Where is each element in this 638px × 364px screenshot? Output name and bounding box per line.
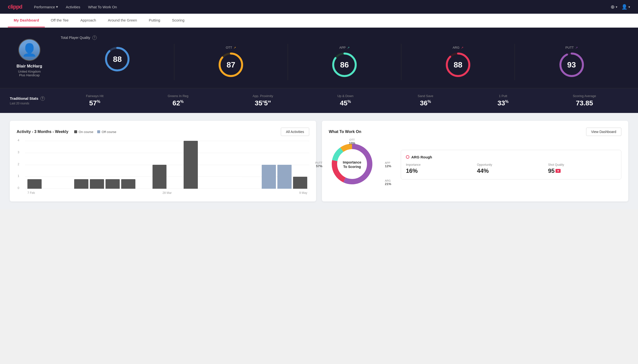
bar-on-course bbox=[293, 177, 307, 189]
putt-donut-label: PUTT 57% bbox=[315, 161, 322, 168]
info-card-title: ARG Rough bbox=[406, 155, 616, 159]
trad-stats-list: Fairways Hit 57% Greens In Reg 62% App. … bbox=[54, 94, 628, 107]
bar-group bbox=[121, 179, 135, 189]
nav-what-to-work-on[interactable]: What To Work On bbox=[88, 5, 117, 9]
ott-donut-label: OTT 10% bbox=[349, 138, 355, 145]
arg-arrow: ↗ bbox=[461, 46, 464, 50]
stat-up-down: Up & Down 45% bbox=[337, 94, 353, 107]
activity-header: Activity - 3 Months - Weekly On course O… bbox=[17, 130, 116, 134]
ott-label: OTT ↗ bbox=[226, 46, 236, 50]
donut-center-text: Importance To Scoring bbox=[343, 160, 361, 169]
donut-center: Importance To Scoring bbox=[343, 160, 361, 169]
help-icon[interactable]: ? bbox=[92, 36, 97, 40]
bar-off-course bbox=[277, 165, 292, 189]
stat-app-proximity: App. Proximity 35'5" bbox=[253, 94, 273, 107]
info-metrics: Importance 16% Opportunity 44% Shot Qual… bbox=[406, 163, 616, 174]
score-ott: OTT ↗ 87 bbox=[174, 44, 288, 80]
player-name: Blair McHarg bbox=[17, 64, 42, 69]
player-handicap: Plus Handicap bbox=[19, 73, 40, 77]
nav-right: ⊕▾ 👤▾ bbox=[610, 4, 630, 10]
putt-circle: 93 bbox=[558, 51, 585, 78]
app-arrow: ↗ bbox=[347, 46, 350, 50]
legend-off-course: Off course bbox=[97, 130, 116, 134]
tab-my-dashboard[interactable]: My Dashboard bbox=[8, 14, 45, 28]
arg-value: 88 bbox=[454, 60, 463, 70]
tabs-bar: My Dashboard Off the Tee Approach Around… bbox=[0, 14, 638, 28]
app-circle: 86 bbox=[331, 51, 358, 78]
scores-section: Total Player Quality ? 88 OTT ↗ bbox=[61, 36, 628, 80]
score-overall: 88 bbox=[61, 44, 174, 80]
ott-circle: 87 bbox=[218, 51, 244, 78]
bar-group bbox=[293, 177, 307, 189]
tab-approach[interactable]: Approach bbox=[74, 14, 102, 28]
user-menu[interactable]: 👤▾ bbox=[621, 4, 630, 10]
info-card: ARG Rough Importance 16% Opportunity 44%… bbox=[401, 150, 621, 180]
bar-group bbox=[74, 179, 88, 189]
putt-value: 93 bbox=[567, 60, 576, 70]
ott-value: 87 bbox=[227, 60, 235, 70]
bar-group bbox=[277, 165, 292, 189]
stat-scoring-avg: Scoring Average 73.85 bbox=[573, 94, 596, 107]
logo[interactable]: clippd bbox=[8, 4, 22, 10]
tab-around-the-green[interactable]: Around the Green bbox=[102, 14, 143, 28]
tab-putting[interactable]: Putting bbox=[143, 14, 166, 28]
bars-container bbox=[26, 141, 309, 189]
app-value: 86 bbox=[340, 60, 349, 70]
ott-arrow: ↗ bbox=[234, 46, 236, 50]
what-to-work-on-card: What To Work On View Dashboard OTT 10% A… bbox=[322, 121, 628, 202]
metric-opportunity: Opportunity 44% bbox=[477, 163, 545, 174]
bar-group bbox=[106, 179, 120, 189]
bar-group bbox=[262, 165, 276, 189]
nav-activities[interactable]: Activities bbox=[66, 5, 80, 9]
scores-title: Total Player Quality ? bbox=[61, 36, 628, 40]
trad-help-icon[interactable]: ? bbox=[40, 96, 45, 101]
all-activities-button[interactable]: All Activities bbox=[281, 128, 309, 136]
tab-off-the-tee[interactable]: Off the Tee bbox=[45, 14, 74, 28]
stat-sand-save: Sand Save 36% bbox=[418, 94, 433, 107]
activity-chart-area: 4 3 2 1 0 7 Feb 28 Mar 9 May bbox=[17, 141, 309, 194]
bar-group bbox=[90, 179, 104, 189]
app-label: APP ↗ bbox=[339, 46, 350, 50]
stat-greens-in-reg: Greens In Reg 62% bbox=[168, 94, 188, 107]
nav-links: Performance ▾ Activities What To Work On bbox=[34, 5, 117, 9]
bar-on-course bbox=[152, 165, 167, 189]
trad-stats-title: Traditional Stats ? bbox=[10, 96, 54, 101]
player-country: United Kingdom bbox=[18, 70, 41, 73]
bar-group bbox=[184, 141, 198, 189]
info-card-container: ARG Rough Importance 16% Opportunity 44%… bbox=[401, 150, 621, 180]
arg-donut-label: ARG 21% bbox=[385, 179, 391, 186]
add-button[interactable]: ⊕▾ bbox=[610, 4, 617, 10]
player-info: Blair McHarg United Kingdom Plus Handica… bbox=[10, 39, 49, 77]
metric-shot-quality: Shot Quality 95 ▼ bbox=[548, 163, 616, 174]
nav-performance[interactable]: Performance ▾ bbox=[34, 5, 58, 9]
traditional-stats: Traditional Stats ? Last 20 rounds Fairw… bbox=[0, 88, 638, 113]
putt-arrow: ↗ bbox=[575, 46, 578, 50]
bar-off-course bbox=[262, 165, 276, 189]
arg-indicator bbox=[406, 155, 409, 159]
score-cards: 88 OTT ↗ 87 AP bbox=[61, 44, 628, 80]
hero-section: Blair McHarg United Kingdom Plus Handica… bbox=[0, 28, 638, 88]
score-arg: ARG ↗ 88 bbox=[401, 44, 515, 80]
legend-on-course: On course bbox=[74, 130, 93, 134]
overall-value: 88 bbox=[113, 55, 122, 64]
bar-group bbox=[152, 165, 167, 189]
view-dashboard-button[interactable]: View Dashboard bbox=[586, 128, 621, 136]
tab-scoring[interactable]: Scoring bbox=[166, 14, 190, 28]
main-content: Activity - 3 Months - Weekly On course O… bbox=[0, 113, 638, 209]
score-putt: PUTT ↗ 93 bbox=[515, 44, 628, 80]
activity-card: Activity - 3 Months - Weekly On course O… bbox=[10, 121, 316, 202]
donut-wrapper: OTT 10% APP 12% ARG 21% PUTT 57% bbox=[329, 141, 375, 188]
arg-label: ARG ↗ bbox=[453, 46, 464, 50]
what-to-work-on-title: What To Work On bbox=[329, 130, 361, 134]
activity-card-header: Activity - 3 Months - Weekly On course O… bbox=[17, 128, 309, 136]
bar-on-course bbox=[28, 179, 42, 189]
trad-stats-subtitle: Last 20 rounds bbox=[10, 102, 54, 105]
bar-on-course bbox=[184, 141, 198, 189]
donut-area: OTT 10% APP 12% ARG 21% PUTT 57% bbox=[329, 141, 621, 188]
bar-on-course bbox=[74, 179, 88, 189]
trad-stats-header: Traditional Stats ? Last 20 rounds bbox=[10, 96, 54, 105]
activity-legend: On course Off course bbox=[74, 130, 116, 134]
stat-fairways-hit: Fairways Hit 57% bbox=[86, 94, 104, 107]
activity-title: Activity - 3 Months - Weekly bbox=[17, 130, 68, 134]
x-labels: 7 Feb 28 Mar 9 May bbox=[26, 191, 309, 194]
